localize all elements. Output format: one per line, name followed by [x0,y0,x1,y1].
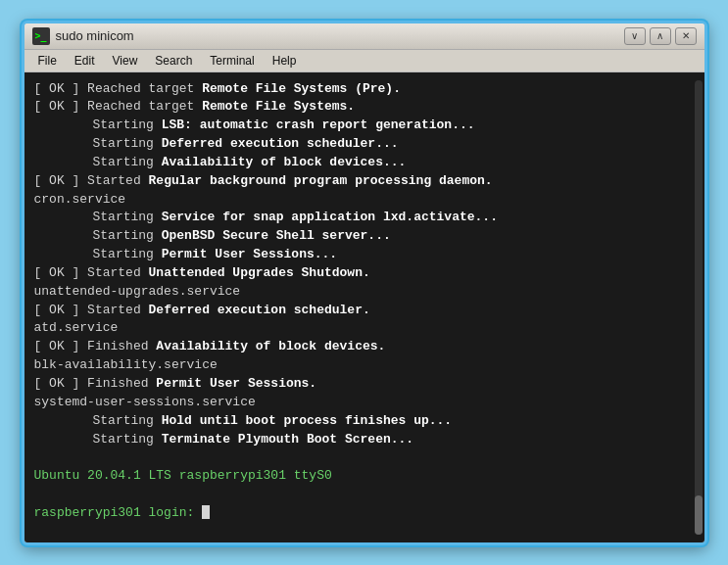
terminal-line: [ OK ] Started Unattended Upgrades Shutd… [34,264,695,283]
terminal-line: Starting OpenBSD Secure Shell server... [34,227,695,246]
terminal-line: [ OK ] Reached target Remote File System… [34,98,695,117]
ok-badge: [ OK ] [34,376,80,391]
terminal-line: [ OK ] Started Regular background progra… [34,172,695,191]
terminal-line: atd.service [34,319,695,338]
menu-bar: File Edit View Search Terminal Help [24,50,704,72]
scrollbar[interactable] [695,80,703,535]
terminal-area[interactable]: [ OK ] Reached target Remote File System… [24,72,704,542]
login-prompt-line: raspberrypi301 login: [34,504,695,523]
menu-edit[interactable]: Edit [67,52,103,70]
scrollbar-thumb[interactable] [695,495,703,535]
title-bar: >_ sudo minicom ∨ ∧ ✕ [24,24,704,50]
title-bar-left: >_ sudo minicom [32,27,134,45]
terminal-line: blk-availability.service [34,356,695,375]
ok-badge: [ OK ] [34,303,80,317]
menu-search[interactable]: Search [147,52,200,70]
menu-file[interactable]: File [30,52,65,70]
ubuntu-info-line: Ubuntu 20.04.1 LTS raspberrypi301 ttyS0 [34,467,695,486]
maximize-button[interactable]: ∧ [650,27,671,45]
terminal-line: [ OK ] Finished Availability of block de… [34,338,695,356]
terminal-line: systemd-user-sessions.service [34,394,695,412]
terminal-line: Starting Availability of block devices..… [34,154,695,172]
ok-badge: [ OK ] [34,173,80,188]
menu-terminal[interactable]: Terminal [202,52,262,70]
close-button[interactable]: ✕ [675,27,697,45]
terminal-line: cron.service [34,191,695,210]
window-title: sudo minicom [56,28,134,43]
terminal-line: [ OK ] Finished Permit User Sessions. [34,375,695,394]
ok-badge: [ OK ] [34,81,80,96]
ok-badge: [ OK ] [34,265,80,280]
app-icon-symbol: >_ [34,30,46,41]
minimize-button[interactable]: ∨ [624,27,646,45]
terminal-line: Starting Service for snap application lx… [34,209,695,227]
terminal-line: [ OK ] Started Deferred execution schedu… [34,302,695,320]
terminal-line: [ OK ] Reached target Remote File System… [34,80,695,99]
terminal-line: Starting Permit User Sessions... [34,246,695,264]
title-bar-controls: ∨ ∧ ✕ [624,27,697,45]
menu-view[interactable]: View [105,52,146,70]
terminal-cursor [202,505,210,519]
app-icon: >_ [32,27,50,45]
ok-badge: [ OK ] [34,99,80,114]
main-window: >_ sudo minicom ∨ ∧ ✕ File Edit View Sea… [22,21,707,545]
menu-help[interactable]: Help [265,52,305,70]
terminal-blank-line [34,486,695,504]
terminal-line: unattended-upgrades.service [34,283,695,302]
terminal-blank-line [34,448,695,467]
terminal-line: Starting Terminate Plymouth Boot Screen.… [34,431,695,449]
terminal-line: Starting LSB: automatic crash report gen… [34,117,695,135]
ok-badge: [ OK ] [34,339,80,353]
terminal-line: Starting Deferred execution scheduler... [34,135,695,154]
terminal-line: Starting Hold until boot process finishe… [34,412,695,431]
